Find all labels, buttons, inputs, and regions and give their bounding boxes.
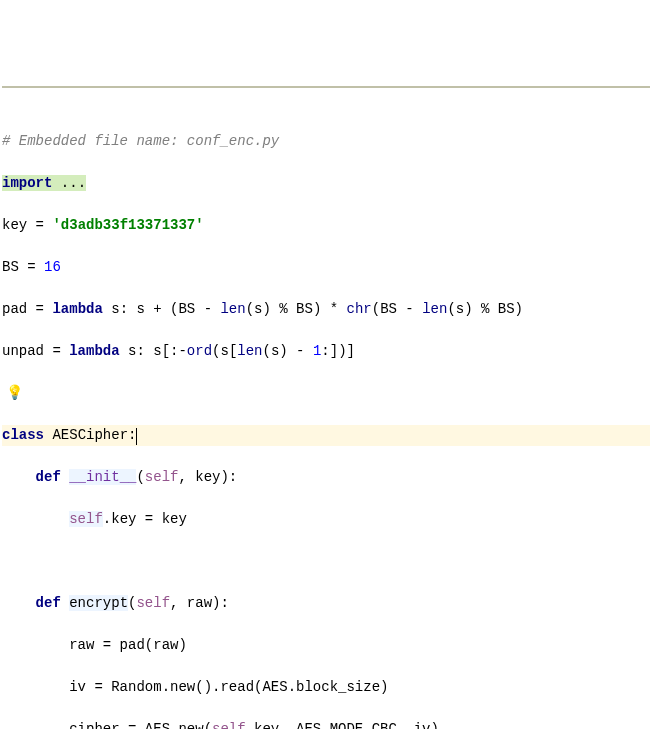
assign: key = [2,217,52,233]
code-line: import ... [2,173,650,194]
code-line: self.key = key [2,509,650,530]
code-text: (s) % BS) * [246,301,347,317]
code-line: key = 'd3adb33f13371337' [2,215,650,236]
keyword-lambda: lambda [69,343,119,359]
code-line: unpad = lambda s: s[:-ord(s[len(s) - 1:]… [2,341,650,362]
keyword-def: def [2,595,69,611]
comment-text: # Embedded file name: conf_enc.py [2,133,279,149]
self-param: self [136,595,170,611]
text-cursor [136,428,137,445]
code-line: cipher = AES.new(self.key, AES.MODE_CBC,… [2,719,650,729]
builtin-len: len [220,301,245,317]
builtin-ord: ord [187,343,212,359]
assign: pad = [2,301,52,317]
sig-rest: , key): [178,469,237,485]
intention-bulb-icon[interactable]: 💡 [6,383,23,404]
code-line-active: class AESCipher: [2,425,650,446]
code-text: .key = key [103,511,187,527]
paren: ( [136,469,144,485]
keyword-import: import [2,175,52,191]
code-text: iv = Random.new().read(AES.block_size) [2,679,388,695]
code-line: def __init__(self, key): [2,467,650,488]
keyword-class: class [2,427,52,443]
code-text: (BS - [372,301,422,317]
editor-top-rule [2,86,650,88]
code-text: cipher = AES.new( [2,721,212,729]
method-init: __init__ [69,469,136,485]
code-text: raw = pad(raw) [2,637,187,653]
assign: BS = [2,259,44,275]
code-text: (s[ [212,343,237,359]
method-name: encrypt [69,595,128,611]
import-dots: ... [52,175,86,191]
code-editor[interactable]: # Embedded file name: conf_enc.py import… [2,110,650,729]
colon: : [128,427,136,443]
code-text: :])] [321,343,355,359]
code-text: (s) - [263,343,313,359]
code-text: .key, AES.MODE_CBC, iv) [246,721,439,729]
code-line: raw = pad(raw) [2,635,650,656]
assign: unpad = [2,343,69,359]
blank-line [2,551,650,572]
class-name: AESCipher [52,427,128,443]
code-line: iv = Random.new().read(AES.block_size) [2,677,650,698]
keyword-lambda: lambda [52,301,102,317]
keyword-def: def [2,469,69,485]
code-text: s: s[:- [120,343,187,359]
indent [2,511,69,527]
code-line: # Embedded file name: conf_enc.py [2,131,650,152]
sig-rest: , raw): [170,595,229,611]
code-line: def encrypt(self, raw): [2,593,650,614]
self-ref: self [212,721,246,729]
code-text: (s) % BS) [447,301,523,317]
self-param: self [145,469,179,485]
self-ref: self [69,511,103,527]
code-text: s: s + (BS - [103,301,221,317]
code-line: 💡 [2,383,650,404]
builtin-len: len [237,343,262,359]
number-literal: 16 [44,259,61,275]
string-literal: 'd3adb33f13371337' [52,217,203,233]
builtin-len: len [422,301,447,317]
code-line: BS = 16 [2,257,650,278]
code-line: pad = lambda s: s + (BS - len(s) % BS) *… [2,299,650,320]
builtin-chr: chr [347,301,372,317]
